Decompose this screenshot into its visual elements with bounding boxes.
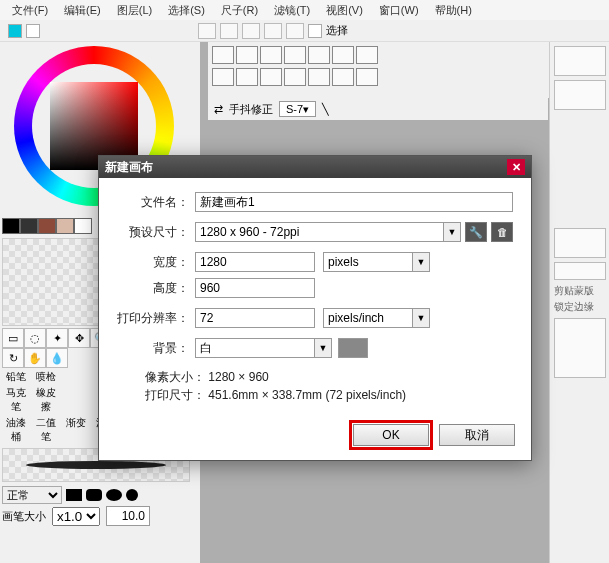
preset-swatch[interactable] xyxy=(308,68,330,86)
dialog-title-text: 新建画布 xyxy=(105,159,153,176)
clipboard-mask-label: 剪贴蒙版 xyxy=(554,284,605,298)
palette-swatch[interactable] xyxy=(38,218,56,234)
print-size-value: 451.6mm × 338.7mm (72 pixels/inch) xyxy=(208,388,406,402)
preset-swatch[interactable] xyxy=(212,46,234,64)
menu-file[interactable]: 文件(F) xyxy=(12,3,48,18)
dialog-titlebar[interactable]: 新建画布 ✕ xyxy=(99,156,531,178)
palette-swatch[interactable] xyxy=(2,218,20,234)
menu-filter[interactable]: 滤镜(T) xyxy=(274,3,310,18)
canvas-top-strip xyxy=(208,42,601,98)
select-label: 选择 xyxy=(326,23,348,38)
brush-size-input[interactable] xyxy=(106,506,150,526)
opt-check[interactable] xyxy=(308,24,322,38)
unit-dim-select[interactable] xyxy=(323,252,413,272)
tip-shape-4[interactable] xyxy=(126,489,138,501)
dialog-body: 文件名： 预设尺寸： ▼ 🔧 🗑 宽度： ▼ 高度： 打印分辨率： ▼ xyxy=(99,178,531,416)
brush-mult-select[interactable]: x1.0 xyxy=(52,507,100,526)
preset-swatch[interactable] xyxy=(236,68,258,86)
width-label: 宽度： xyxy=(117,254,189,271)
opt-btn-4[interactable] xyxy=(264,23,282,39)
palette-swatch[interactable] xyxy=(56,218,74,234)
height-input[interactable] xyxy=(195,278,315,298)
preset-swatch[interactable] xyxy=(284,46,306,64)
bg-color-swatch[interactable] xyxy=(26,24,40,38)
palette-swatch[interactable] xyxy=(74,218,92,234)
menu-edit[interactable]: 编辑(E) xyxy=(64,3,101,18)
eraser-label: 橡皮擦 xyxy=(32,386,60,414)
mini-panel[interactable] xyxy=(554,80,606,110)
opt-btn-2[interactable] xyxy=(220,23,238,39)
mini-panel[interactable] xyxy=(554,46,606,76)
background-color-swatch[interactable] xyxy=(338,338,368,358)
menu-help[interactable]: 帮助(H) xyxy=(435,3,472,18)
arrow-icon: ⇄ xyxy=(214,103,223,116)
eyedrop-tool[interactable]: 💧 xyxy=(46,348,68,368)
fg-color-swatch[interactable] xyxy=(8,24,22,38)
opt-btn-5[interactable] xyxy=(286,23,304,39)
filename-label: 文件名： xyxy=(117,194,189,211)
unit-res-select[interactable] xyxy=(323,308,413,328)
bucket-label: 油漆桶 xyxy=(2,416,30,444)
cancel-button[interactable]: 取消 xyxy=(439,424,515,446)
pixel-size-value: 1280 × 960 xyxy=(208,370,268,384)
stabilizer-select[interactable]: S-7 ▾ xyxy=(279,101,316,117)
move-tool[interactable]: ✥ xyxy=(68,328,90,348)
preset-swatch[interactable] xyxy=(212,68,234,86)
menu-bar: 文件(F) 编辑(E) 图层(L) 选择(S) 尺子(R) 滤镜(T) 视图(V… xyxy=(0,0,609,20)
menu-select[interactable]: 选择(S) xyxy=(168,3,205,18)
preset-swatch[interactable] xyxy=(308,46,330,64)
mini-panel[interactable] xyxy=(554,228,606,258)
preset-swatch[interactable] xyxy=(260,46,282,64)
chevron-down-icon[interactable]: ▼ xyxy=(443,222,461,242)
preset-select[interactable] xyxy=(195,222,444,242)
chevron-down-icon[interactable]: ▼ xyxy=(412,308,430,328)
ok-button[interactable]: OK xyxy=(353,424,429,446)
binary-label: 二值笔 xyxy=(32,416,60,444)
chevron-down-icon[interactable]: ▼ xyxy=(314,338,332,358)
chevron-down-icon[interactable]: ▼ xyxy=(412,252,430,272)
blend-mode-select[interactable]: 正常 xyxy=(2,486,62,504)
menu-ruler[interactable]: 尺子(R) xyxy=(221,3,258,18)
opt-btn-1[interactable] xyxy=(198,23,216,39)
swatch-row-1 xyxy=(212,46,597,64)
preset-delete-icon[interactable]: 🗑 xyxy=(491,222,513,242)
filename-input[interactable] xyxy=(195,192,513,212)
preset-tool-icon[interactable]: 🔧 xyxy=(465,222,487,242)
wand-tool[interactable]: ✦ xyxy=(46,328,68,348)
menu-layer[interactable]: 图层(L) xyxy=(117,3,152,18)
mini-toolbar[interactable] xyxy=(554,262,606,280)
preset-swatch[interactable] xyxy=(236,46,258,64)
close-icon[interactable]: ✕ xyxy=(507,159,525,175)
tip-shape-3[interactable] xyxy=(106,489,122,501)
hand-tool[interactable]: ✋ xyxy=(24,348,46,368)
tip-shape-2[interactable] xyxy=(86,489,102,501)
mini-layer-panel[interactable] xyxy=(554,318,606,378)
gradient-label: 渐变 xyxy=(62,416,90,444)
width-input[interactable] xyxy=(195,252,315,272)
menu-view[interactable]: 视图(V) xyxy=(326,3,363,18)
options-bar: 选择 xyxy=(0,20,609,42)
background-select[interactable] xyxy=(195,338,315,358)
marker-label: 马克笔 xyxy=(2,386,30,414)
brush-size-label: 画笔大小 xyxy=(2,509,46,524)
preset-swatch[interactable] xyxy=(284,68,306,86)
tip-shape-1[interactable] xyxy=(66,489,82,501)
opt-btn-3[interactable] xyxy=(242,23,260,39)
airbrush-label: 喷枪 xyxy=(32,370,60,384)
preset-swatch[interactable] xyxy=(356,46,378,64)
resolution-label: 打印分辨率： xyxy=(117,310,189,327)
preset-swatch[interactable] xyxy=(332,68,354,86)
preset-swatch[interactable] xyxy=(260,68,282,86)
brush-size-row: 画笔大小 x1.0 xyxy=(2,506,198,526)
resolution-input[interactable] xyxy=(195,308,315,328)
preset-label: 预设尺寸： xyxy=(117,224,189,241)
marquee-tool[interactable]: ▭ xyxy=(2,328,24,348)
preset-swatch[interactable] xyxy=(332,46,354,64)
menu-window[interactable]: 窗口(W) xyxy=(379,3,419,18)
new-canvas-dialog: 新建画布 ✕ 文件名： 预设尺寸： ▼ 🔧 🗑 宽度： ▼ 高度： 打印分辨率： xyxy=(98,155,532,461)
preset-swatch[interactable] xyxy=(356,68,378,86)
print-size-label: 打印尺寸： xyxy=(145,388,205,402)
lasso-tool[interactable]: ◌ xyxy=(24,328,46,348)
palette-swatch[interactable] xyxy=(20,218,38,234)
rotate-tool[interactable]: ↻ xyxy=(2,348,24,368)
